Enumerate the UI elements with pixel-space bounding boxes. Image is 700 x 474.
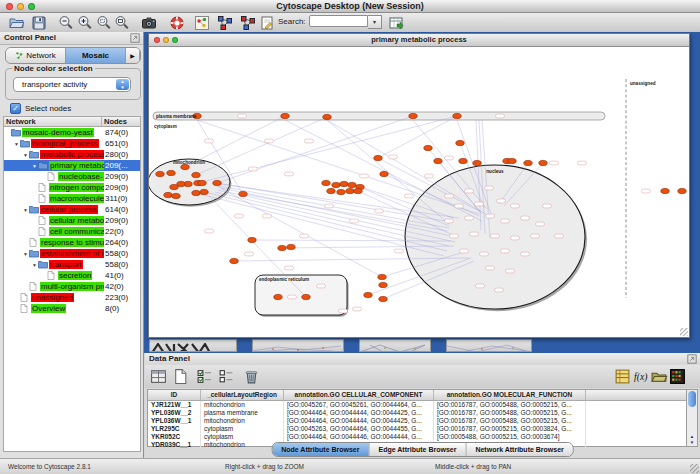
expand-toggle-icon[interactable]: ▼ <box>22 152 29 158</box>
tree-row[interactable]: Overview8(0) <box>4 303 140 314</box>
graph-node[interactable] <box>239 191 247 196</box>
graph-node[interactable] <box>327 188 335 193</box>
tree-row[interactable]: response to stimulu264(0) <box>4 237 140 248</box>
tree-row[interactable]: ▼transport558(0) <box>4 259 140 270</box>
tree-row[interactable]: cellular metabo209(0) <box>4 215 140 226</box>
graph-node[interactable] <box>230 258 238 263</box>
graph-node[interactable] <box>213 180 221 185</box>
graph-node[interactable] <box>378 274 386 279</box>
graph-node[interactable] <box>332 182 340 187</box>
expand-toggle-icon[interactable]: ▼ <box>13 141 20 147</box>
snapshot-camera-button[interactable] <box>140 14 158 31</box>
graph-node[interactable] <box>337 189 345 194</box>
attribute-select-button[interactable] <box>149 367 168 386</box>
attribute-list-button[interactable] <box>613 367 632 386</box>
graph-node[interactable] <box>198 180 206 185</box>
expand-toggle-icon[interactable]: ▼ <box>31 262 38 268</box>
table-scrollbar[interactable]: ▲▼ <box>686 389 698 447</box>
search-dropdown-button[interactable]: ▾ <box>368 15 382 29</box>
graph-node[interactable] <box>456 140 464 145</box>
graph-node[interactable] <box>346 188 354 193</box>
zoom-in-button[interactable] <box>76 14 94 31</box>
graph-node[interactable] <box>302 294 310 299</box>
table-row[interactable]: YJR121W__1mitochondrion[GO:0045267, GO:0… <box>148 401 686 409</box>
unselect-all-button[interactable] <box>217 367 236 386</box>
tree-row[interactable]: ▼establishment of lo558(0) <box>4 248 140 259</box>
window-resize-grip[interactable] <box>680 328 688 336</box>
graph-edge[interactable] <box>327 120 489 216</box>
graph-node[interactable] <box>473 160 481 165</box>
graph-node[interactable] <box>508 158 516 163</box>
float-panel-icon[interactable] <box>687 354 697 364</box>
graph-edge[interactable] <box>217 186 382 277</box>
matrix-button[interactable] <box>668 367 687 386</box>
graph-node[interactable] <box>374 155 382 160</box>
column-header[interactable]: annotation.GO CELLULAR_COMPONENT <box>284 390 434 400</box>
network-graph-canvas[interactable]: plasma membranecytoplasmmitochondrionnuc… <box>149 46 689 337</box>
plasma-membrane-region[interactable] <box>153 112 605 120</box>
zoom-fit-button[interactable] <box>113 14 131 31</box>
tab-mosaic[interactable]: Mosaic <box>66 48 126 63</box>
graph-node[interactable] <box>156 171 164 176</box>
scrollbar-arrows[interactable]: ▲▼ <box>687 434 697 446</box>
tab-edge-attribute-browser[interactable]: Edge Attribute Browser <box>369 443 466 456</box>
graph-node[interactable] <box>322 180 330 185</box>
graph-edge[interactable] <box>327 120 449 224</box>
graph-node[interactable] <box>453 113 461 118</box>
app-resize-grip[interactable] <box>690 464 699 473</box>
column-header[interactable]: ID <box>148 390 201 400</box>
table-row[interactable]: YPL036W__1mitochondrion[GO:0044464, GO:0… <box>148 417 686 425</box>
tree-row[interactable]: multi-organism pro42(0) <box>4 281 140 292</box>
select-nodes-checkbox[interactable]: ✓ <box>10 103 21 114</box>
column-header[interactable]: annotation.GO MOLECULAR_FUNCTION <box>434 390 586 400</box>
graph-node[interactable] <box>287 244 295 249</box>
graph-node[interactable] <box>192 190 200 195</box>
graph-edge[interactable] <box>378 116 457 158</box>
graph-node[interactable] <box>524 160 532 165</box>
help-lifering-button[interactable] <box>168 14 186 31</box>
graph-node[interactable] <box>323 114 331 119</box>
open-folder-button[interactable] <box>8 14 26 31</box>
graph-node[interactable] <box>354 188 362 193</box>
scrollbar-thumb[interactable] <box>688 391 696 407</box>
new-attribute-button[interactable] <box>171 367 190 386</box>
tab-network-attribute-browser[interactable]: Network Attribute Browser <box>466 443 572 456</box>
graph-node[interactable] <box>167 170 175 175</box>
graph-node[interactable] <box>192 172 200 177</box>
table-row[interactable]: YLR295Ccytoplasm[GO:0045263, GO:0044464,… <box>148 425 686 433</box>
node-color-combobox[interactable]: transporter activity ▲▼ <box>13 77 131 92</box>
graph-node[interactable] <box>348 182 356 187</box>
table-row[interactable]: YPL036W__2plasma membrane[GO:0044464, GO… <box>148 409 686 417</box>
graph-node[interactable] <box>424 145 432 150</box>
network-red-button[interactable] <box>239 14 257 31</box>
import-table-button[interactable] <box>387 14 405 31</box>
graph-node[interactable] <box>459 158 467 163</box>
tab-network[interactable]: Network <box>6 48 66 63</box>
graph-node[interactable] <box>248 237 256 242</box>
vizmapper-button[interactable] <box>193 14 211 31</box>
search-input[interactable] <box>309 15 368 27</box>
tree-row[interactable]: secretion41(0) <box>4 270 140 281</box>
more-tabs-arrow-icon[interactable]: ▶ <box>126 48 140 63</box>
tree-row[interactable]: cell communicat22(0) <box>4 226 140 237</box>
zoom-out-button[interactable] <box>57 14 75 31</box>
tree-row[interactable]: ▼biological_process651(0) <box>4 138 140 149</box>
graph-node[interactable] <box>181 164 189 169</box>
tree-row[interactable]: unassigned223(0) <box>4 292 140 303</box>
expand-toggle-icon[interactable]: ▼ <box>22 207 29 213</box>
graph-node[interactable] <box>379 282 387 287</box>
graph-node[interactable] <box>364 292 372 297</box>
graph-node[interactable] <box>281 113 289 118</box>
function-builder-button[interactable]: f(x) <box>632 367 651 386</box>
tree-row[interactable]: ▼metabolic process280(0) <box>4 149 140 160</box>
network-blue-button[interactable] <box>216 14 234 31</box>
graph-node[interactable] <box>409 113 417 118</box>
tree-row[interactable]: mosaic-demo-yeast874(0) <box>4 127 140 138</box>
graph-edge[interactable] <box>198 116 457 183</box>
graph-node[interactable] <box>379 296 387 301</box>
graph-node[interactable] <box>380 171 388 176</box>
tree-row[interactable]: nucleobase-209(0) <box>4 171 140 182</box>
delete-attribute-button[interactable] <box>242 367 261 386</box>
tree-row[interactable]: ▼primary metabolic209(... <box>4 160 140 171</box>
annotation-button[interactable] <box>258 14 276 31</box>
